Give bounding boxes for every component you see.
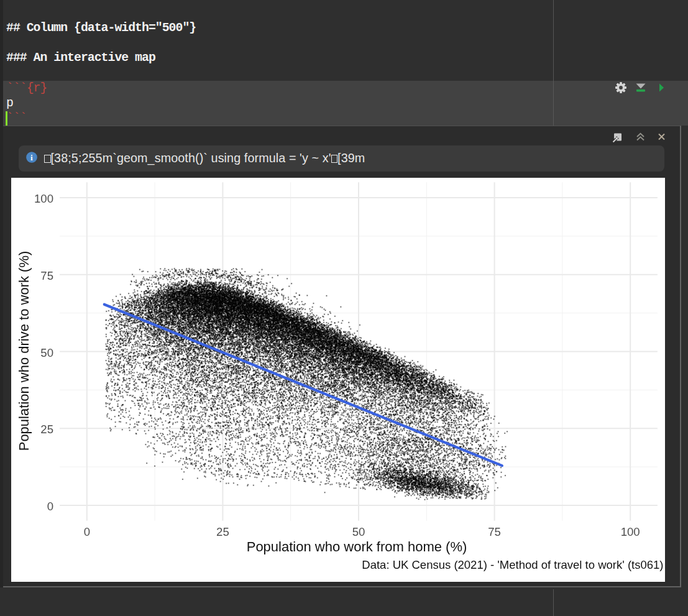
svg-text:i: i [30,153,33,162]
